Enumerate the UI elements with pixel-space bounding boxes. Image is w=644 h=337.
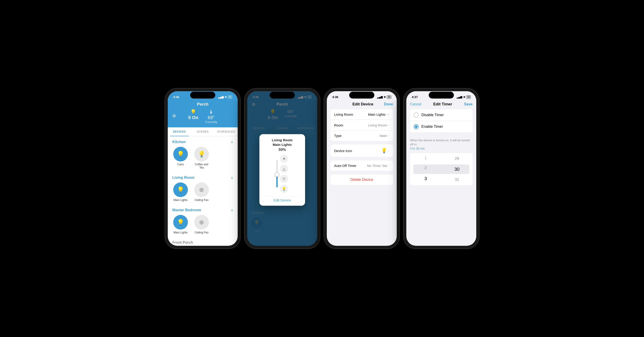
settings-section-3: Room Living Room › Type Main ›	[330, 120, 393, 141]
status-icons-1: ▂▄▆ ⊛ 60	[218, 95, 232, 99]
disable-timer-label-4: Disable Timer	[422, 113, 444, 117]
type-chevron-3: ›	[388, 134, 390, 137]
main-lights-icon-1: 💡	[173, 182, 188, 197]
master-chevron-1[interactable]: ∧	[231, 208, 233, 212]
hour-1: 1	[410, 153, 441, 163]
kitchen-devices-1: 💡 Cans 💡 Coffee and Tea	[168, 146, 238, 172]
brightness-max-btn[interactable]: ☀	[280, 155, 288, 163]
ceiling-fan-icon-1: ⊕	[194, 182, 209, 197]
hour-2: 2	[410, 163, 441, 173]
device-icon-row-3[interactable]: Device Icon 💡 ›	[330, 145, 393, 157]
master-lights-icon-1: 💡	[173, 215, 188, 229]
timer-chevron-3: ›	[388, 164, 390, 167]
device-icon-value-3: 💡 ›	[381, 148, 390, 154]
min-31: 31	[441, 175, 472, 185]
room-label-3: Room	[334, 123, 343, 127]
ceiling-fan-label-1: Ceiling Fan	[195, 198, 209, 202]
minutes-column-4: 27 28 29 30 31 32 33	[441, 153, 472, 185]
time-3: 4:36	[332, 95, 338, 99]
coffee-label-1: Coffee and Tea	[192, 163, 211, 169]
time-picker-4[interactable]: 9 1 2 3 4 27 28 29 30 31	[410, 153, 472, 185]
master-fan-icon-1: ⊕	[194, 215, 209, 229]
section-master-1: Master Bedroom ∧	[168, 204, 238, 214]
edit-device-link[interactable]: Edit Device	[263, 196, 302, 202]
min-29: 29	[441, 154, 472, 164]
main-lights-label-1: Main Lights	[174, 198, 188, 202]
hour-4: 4	[410, 184, 441, 185]
brightness-up-btn[interactable]: △	[280, 165, 288, 173]
master-fan-label-1: Ceiling Fan	[195, 231, 209, 234]
tab-scenes-1[interactable]: SCENES	[191, 127, 214, 136]
device-ceiling-fan-living-1[interactable]: ⊕ Ceiling Fan	[192, 182, 211, 202]
porch-title-1: Front Porch	[172, 240, 193, 245]
status-icons-3: ▂▄▆ ⊛ 60	[377, 95, 391, 99]
slider-controls: ☀ △ ▽ 💡	[280, 155, 288, 193]
enable-timer-label-4: Enable Timer	[422, 125, 443, 129]
type-value-3: Main ›	[380, 134, 390, 138]
kitchen-chevron-1[interactable]: ∧	[231, 140, 233, 144]
cans-icon-1: 💡	[173, 147, 188, 161]
save-btn-4[interactable]: Save	[464, 102, 472, 106]
room-row-3[interactable]: Room Living Room ›	[330, 120, 393, 131]
device-icon-preview-3: 💡	[381, 148, 387, 154]
timer-label-3: Auto-Off Timer	[334, 164, 356, 168]
device-popup: Living RoomMain Lights 50% ☀ △ ▽	[260, 134, 305, 206]
status-icons-4: ▂▄▆ ⊛ 60	[456, 95, 471, 99]
living-chevron-1[interactable]: ∧	[231, 176, 233, 179]
section-kitchen-1: Kitchen ∧	[168, 136, 238, 146]
device-ceiling-fan-master-1[interactable]: ⊕ Ceiling Fan	[192, 215, 211, 234]
living-title-1: Living Room	[172, 176, 194, 180]
time-1: 4:36	[173, 95, 179, 99]
popup-percent: 50%	[263, 148, 302, 152]
edit-device-content: Living Room Main Lights ⊙ Room	[327, 109, 397, 246]
nav-title-4: Edit Timer	[433, 102, 452, 107]
done-btn-3[interactable]: Done	[384, 102, 393, 106]
temp-label-1: Currently	[205, 120, 217, 124]
dynamic-island-1	[190, 92, 215, 99]
dynamic-island-2	[270, 92, 295, 99]
temp-value-1: 69°	[208, 115, 214, 120]
type-row-3[interactable]: Type Main ›	[330, 131, 393, 141]
delete-device-btn-3[interactable]: Delete Device	[330, 174, 393, 185]
room-chevron-3: ›	[388, 123, 390, 127]
tabs-1: DEVICES SCENES SCHEDULES	[168, 127, 238, 136]
timer-value-link-4[interactable]: 3 hr 30 min	[410, 147, 425, 150]
disable-radio-4[interactable]	[414, 113, 419, 118]
phone-2: 4:36 ▂▄▆ ⊛ 60 ⚙ Perch 💡 5 On	[244, 89, 320, 248]
device-main-lights-master-1[interactable]: 💡 Main Lights	[172, 215, 190, 234]
disable-timer-row-4[interactable]: Disable Timer	[410, 109, 472, 121]
brightness-slider[interactable]	[276, 160, 278, 187]
hour-3: 3	[410, 173, 441, 184]
master-devices-1: 💡 Main Lights ⊕ Ceiling Fan	[168, 214, 238, 237]
min-30: 30	[441, 164, 472, 175]
device-coffee-1[interactable]: 💡 Coffee and Tea	[192, 147, 211, 169]
time-4: 4:37	[412, 95, 418, 99]
slider-area: ☀ △ ▽ 💡	[263, 155, 302, 193]
timer-row-3[interactable]: Auto-Off Timer No Timer Set ›	[330, 161, 393, 171]
brightness-off-btn[interactable]: 💡	[280, 185, 288, 193]
cancel-btn-4[interactable]: Cancel	[410, 102, 422, 106]
device-main-lights-living-1[interactable]: 💡 Main Lights	[172, 182, 190, 202]
device-cans-1[interactable]: 💡 Cans	[172, 147, 190, 169]
phone-4: 4:37 ▂▄▆ ⊛ 60 Cancel Edit Timer Save	[404, 89, 479, 248]
timer-content: Disable Timer Enable Timer When the devi…	[406, 109, 476, 246]
on-count-1: 5 On	[188, 115, 198, 120]
timer-description-4: When the device is turned on, it will be…	[406, 136, 476, 153]
popup-title: Living RoomMain Lights	[263, 138, 302, 147]
brightness-down-btn[interactable]: ▽	[280, 175, 288, 183]
enable-radio-dot-4	[415, 125, 418, 128]
timer-desc-text-4: When the device is turned on, it will be…	[410, 139, 470, 146]
device-room-label-3: Living Room	[334, 113, 353, 116]
tab-devices-1[interactable]: DEVICES	[168, 127, 191, 136]
section-porch-1: Front Porch	[168, 237, 238, 246]
enable-timer-row-4[interactable]: Enable Timer	[410, 121, 472, 132]
tab-schedules-1[interactable]: SCHEDULES	[214, 127, 238, 136]
enable-radio-4[interactable]	[414, 124, 419, 129]
settings-icon-1[interactable]: ⚙	[172, 113, 176, 118]
slider-thumb[interactable]	[275, 172, 279, 177]
timer-options-4: Disable Timer Enable Timer	[410, 109, 472, 132]
coffee-icon-1: 💡	[194, 147, 209, 161]
nav-header-3: Edit Device Done	[327, 100, 397, 109]
hours-column-4: 9 1 2 3 4	[410, 153, 441, 185]
room-value-3: Living Room ›	[368, 123, 390, 127]
